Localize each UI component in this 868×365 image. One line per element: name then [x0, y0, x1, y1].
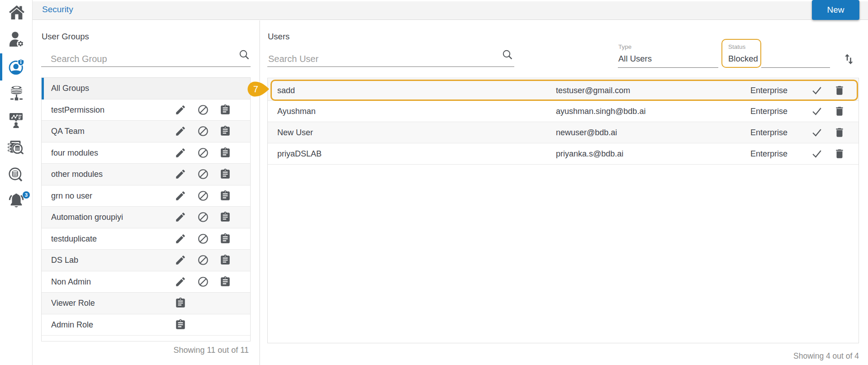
svg-text:3: 3 — [24, 193, 27, 198]
svg-text:7: 7 — [253, 84, 258, 94]
